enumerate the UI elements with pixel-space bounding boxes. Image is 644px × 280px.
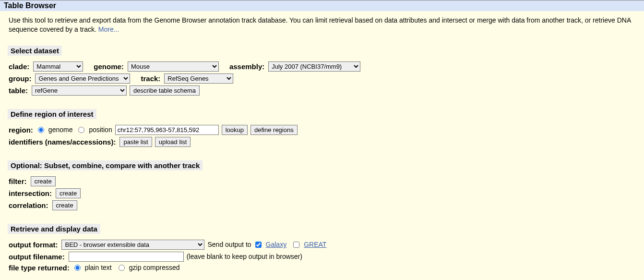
filter-label: filter:	[9, 177, 27, 185]
assembly-label: assembly:	[229, 62, 264, 71]
section-select-dataset: Select dataset	[8, 46, 62, 56]
section-optional: Optional: Subset, combine, compare with …	[8, 160, 203, 170]
filename-hint: (leave blank to keep output in browser)	[187, 253, 302, 260]
intro-text: Use this tool to retrieve and export dat…	[9, 16, 635, 34]
galaxy-checkbox[interactable]	[255, 242, 262, 248]
track-label: track:	[141, 74, 160, 83]
group-label: group:	[9, 74, 31, 83]
group-select[interactable]: Genes and Gene Predictions	[35, 73, 130, 84]
gzip-label: gzip compressed	[129, 264, 180, 271]
region-genome-label: genome	[48, 126, 73, 134]
assembly-select[interactable]: July 2007 (NCBI37/mm9)	[268, 61, 360, 72]
region-position-radio[interactable]	[78, 127, 84, 133]
intersection-label: intersection:	[9, 189, 52, 197]
upload-list-button[interactable]: upload list	[155, 137, 191, 147]
page-header: Table Browser	[0, 0, 644, 11]
galaxy-link[interactable]: Galaxy	[266, 241, 287, 248]
table-select[interactable]: refGene	[32, 85, 127, 96]
section-retrieve: Retrieve and display data	[8, 224, 100, 234]
plain-text-radio[interactable]	[74, 265, 81, 271]
gzip-radio[interactable]	[119, 265, 125, 271]
great-link[interactable]: GREAT	[304, 241, 326, 248]
more-link[interactable]: More...	[98, 25, 119, 33]
filter-create-button[interactable]: create	[31, 176, 56, 186]
lookup-button[interactable]: lookup	[222, 125, 248, 135]
track-select[interactable]: RefSeq Genes	[164, 73, 233, 84]
identifiers-label: identifiers (names/accessions):	[9, 138, 116, 146]
plain-text-label: plain text	[85, 264, 112, 271]
region-genome-radio[interactable]	[38, 127, 44, 133]
define-regions-button[interactable]: define regions	[250, 125, 298, 135]
output-filename-label: output filename:	[9, 253, 65, 261]
table-label: table:	[9, 86, 28, 95]
paste-list-button[interactable]: paste list	[119, 137, 152, 147]
great-checkbox[interactable]	[293, 242, 299, 248]
genome-select[interactable]: Mouse	[128, 61, 219, 72]
genome-label: genome:	[94, 62, 124, 71]
region-position-label: position	[89, 126, 112, 134]
intersection-create-button[interactable]: create	[56, 188, 81, 198]
section-region: Define region of interest	[8, 109, 96, 119]
clade-label: clade:	[9, 62, 29, 71]
page-title: Table Browser	[4, 1, 56, 10]
correlation-label: correlation:	[9, 201, 48, 209]
clade-select[interactable]: Mammal	[33, 61, 83, 72]
position-input[interactable]	[115, 125, 219, 135]
region-label: region:	[9, 126, 33, 134]
content: Use this tool to retrieve and export dat…	[0, 11, 644, 280]
file-type-label: file type returned:	[9, 264, 70, 272]
output-format-label: output format:	[9, 241, 58, 249]
describe-schema-button[interactable]: describe table schema	[130, 85, 200, 96]
output-format-select[interactable]: BED - browser extensible data	[61, 240, 204, 250]
correlation-create-button[interactable]: create	[52, 200, 77, 210]
output-filename-input[interactable]	[69, 252, 184, 262]
send-output-label: Send output to	[207, 241, 251, 248]
